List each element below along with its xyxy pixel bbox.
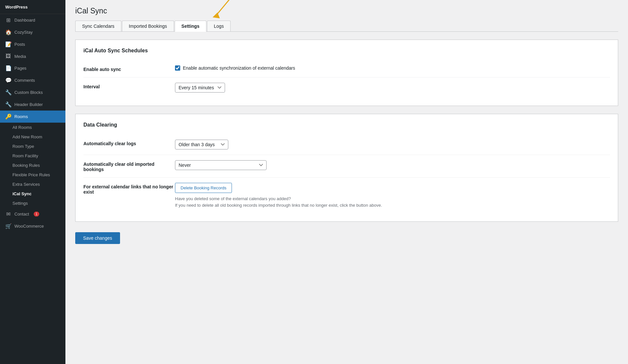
woocommerce-icon: 🛒: [5, 223, 11, 229]
sidebar-sub-item-booking-rules[interactable]: Booking Rules: [0, 161, 65, 170]
sidebar-sub-item-add-new-room[interactable]: Add New Room: [0, 132, 65, 142]
tab-sync-calendars[interactable]: Sync Calendars: [75, 21, 121, 31]
delete-booking-button[interactable]: Delete Booking Records: [175, 183, 232, 193]
clear-logs-label: Automatically clear logs: [83, 140, 175, 146]
sidebar-sub-item-extra-services[interactable]: Extra Services: [0, 180, 65, 189]
clear-bookings-select[interactable]: Never Older than 30 days Older than 60 d…: [175, 160, 267, 170]
sidebar-item-header-builder[interactable]: 🔧 Header Builder: [0, 98, 65, 111]
sidebar-sub-item-all-rooms[interactable]: All Rooms: [0, 123, 65, 132]
clear-bookings-row: Automatically clear old imported booking…: [83, 155, 610, 178]
sidebar-item-cozystay[interactable]: 🏠 CozyStay: [0, 26, 65, 38]
cozystay-icon: 🏠: [5, 29, 11, 35]
sidebar-sub-item-ical-sync[interactable]: iCal Sync: [0, 189, 65, 199]
media-icon: 🖼: [5, 53, 11, 59]
main-content: iCal Sync Sync Calendars Imported Bookin…: [65, 0, 628, 364]
comments-icon: 💬: [5, 77, 11, 83]
sidebar-sub-item-room-facility[interactable]: Room Facility: [0, 151, 65, 161]
dashboard-icon: ⊞: [5, 17, 11, 23]
clear-bookings-label: Automatically clear old imported booking…: [83, 160, 175, 172]
tab-imported-bookings[interactable]: Imported Bookings: [122, 21, 174, 31]
enable-auto-sync-checkbox[interactable]: [175, 65, 180, 71]
enable-auto-sync-checkbox-label[interactable]: Enable automatic synchronization of exte…: [175, 65, 610, 71]
delete-booking-control: Delete Booking Records Have you deleted …: [175, 183, 610, 208]
tab-bar: Sync Calendars Imported Bookings Setting…: [75, 21, 618, 32]
page-title: iCal Sync: [75, 7, 618, 15]
delete-booking-row: For external calendar links that no long…: [83, 178, 610, 214]
sidebar-item-posts[interactable]: 📝 Posts: [0, 38, 65, 50]
pages-icon: 📄: [5, 65, 11, 71]
delete-booking-help: Have you deleted some of the external ca…: [175, 196, 610, 208]
sidebar-item-comments[interactable]: 💬 Comments: [0, 74, 65, 86]
tab-logs[interactable]: Logs: [207, 21, 231, 31]
sidebar-sub-item-room-type[interactable]: Room Type: [0, 142, 65, 151]
rooms-submenu: All Rooms Add New Room Room Type Room Fa…: [0, 123, 65, 208]
custom-blocks-icon: 🔧: [5, 89, 11, 95]
sidebar-item-dashboard[interactable]: ⊞ Dashboard: [0, 14, 65, 26]
sidebar: WordPress ⊞ Dashboard 🏠 CozyStay 📝 Posts…: [0, 0, 65, 364]
interval-label: Interval: [83, 83, 175, 89]
delete-booking-help-line1: Have you deleted some of the external ca…: [175, 196, 610, 202]
posts-icon: 📝: [5, 41, 11, 47]
clear-logs-select[interactable]: Never Older than 1 day Older than 3 days…: [175, 140, 228, 149]
clear-logs-row: Automatically clear logs Never Older tha…: [83, 134, 610, 155]
interval-select[interactable]: Every 5 minutes Every 15 minutes Every 3…: [175, 83, 225, 93]
sidebar-item-contact[interactable]: ✉ Contact 1: [0, 208, 65, 220]
contact-badge: 1: [34, 212, 40, 217]
data-clearing-section: Data Clearing Automatically clear logs N…: [75, 114, 618, 222]
tabs-container: Sync Calendars Imported Bookings Setting…: [75, 21, 618, 32]
sidebar-item-rooms[interactable]: 🔑 Rooms: [0, 111, 65, 123]
sidebar-item-custom-blocks[interactable]: 🔧 Custom Blocks: [0, 86, 65, 98]
enable-auto-sync-checkbox-text: Enable automatic synchronization of exte…: [183, 65, 295, 71]
interval-control: Every 5 minutes Every 15 minutes Every 3…: [175, 83, 610, 93]
clear-bookings-control: Never Older than 30 days Older than 60 d…: [175, 160, 610, 170]
tab-settings[interactable]: Settings: [175, 21, 206, 32]
auto-sync-section-title: iCal Auto Sync Schedules: [83, 48, 610, 54]
delete-booking-help-line2: If you need to delete all old booking re…: [175, 202, 610, 209]
interval-row: Interval Every 5 minutes Every 15 minute…: [83, 78, 610, 98]
contact-icon: ✉: [5, 211, 11, 217]
auto-sync-section: iCal Auto Sync Schedules Enable auto syn…: [75, 40, 618, 106]
delete-booking-label: For external calendar links that no long…: [83, 183, 175, 195]
header-builder-icon: 🔧: [5, 101, 11, 108]
sidebar-item-media[interactable]: 🖼 Media: [0, 50, 65, 62]
sidebar-sub-item-flexible-price-rules[interactable]: Flexible Price Rules: [0, 170, 65, 180]
enable-auto-sync-control: Enable automatic synchronization of exte…: [175, 65, 610, 71]
enable-auto-sync-label: Enable auto sync: [83, 65, 175, 72]
sidebar-sub-item-settings[interactable]: Settings: [0, 199, 65, 208]
sidebar-item-pages[interactable]: 📄 Pages: [0, 62, 65, 74]
clear-logs-control: Never Older than 1 day Older than 3 days…: [175, 140, 610, 149]
enable-auto-sync-row: Enable auto sync Enable automatic synchr…: [83, 60, 610, 78]
sidebar-logo: WordPress: [0, 0, 65, 14]
save-changes-button[interactable]: Save changes: [75, 232, 120, 244]
rooms-icon: 🔑: [5, 113, 11, 120]
sidebar-item-woocommerce[interactable]: 🛒 WooCommerce: [0, 220, 65, 232]
data-clearing-section-title: Data Clearing: [83, 122, 610, 128]
